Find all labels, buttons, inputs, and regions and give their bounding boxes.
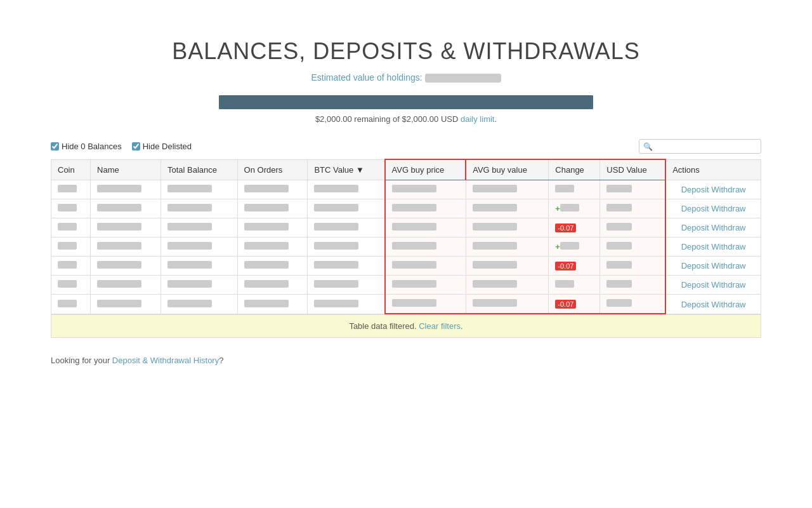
daily-limit-text: $2,000.00 remaining of $2,000.00 USD dai… [51, 114, 761, 124]
cell-avg-buy-value [466, 276, 549, 295]
table-header-row: Coin Name Total Balance On Orders BTC Va… [51, 159, 761, 180]
withdraw-link[interactable]: Withdraw [711, 223, 745, 232]
cell-on-orders [237, 180, 308, 199]
cell-change: -0.07 [549, 257, 600, 276]
cell-total-balance [160, 180, 237, 199]
cell-name [91, 237, 161, 257]
deposit-withdrawal-history-link[interactable]: Deposit & Withdrawal History [112, 356, 219, 365]
cell-usd-value [600, 199, 665, 218]
cell-usd-value [600, 257, 665, 276]
cell-usd-value [600, 276, 665, 295]
cell-avg-buy-price [385, 295, 466, 314]
hide-zero-checkbox[interactable] [51, 142, 59, 150]
withdraw-link[interactable]: Withdraw [711, 261, 745, 271]
cell-avg-buy-value [466, 199, 549, 218]
progress-bar [219, 95, 593, 109]
deposit-link[interactable]: Deposit [681, 223, 709, 232]
cell-change [549, 180, 600, 199]
cell-avg-buy-price [385, 199, 466, 218]
table-row: + Deposit Withdraw [51, 199, 761, 218]
col-header-on-orders: On Orders [237, 159, 308, 180]
hide-zero-checkbox-label[interactable]: Hide 0 Balances [51, 142, 122, 151]
cell-avg-buy-price [385, 237, 466, 257]
cell-btc-value [308, 257, 385, 276]
table-wrapper: Coin Name Total Balance On Orders BTC Va… [51, 159, 761, 338]
withdraw-link[interactable]: Withdraw [711, 280, 745, 290]
col-header-change: Change [549, 159, 600, 180]
cell-on-orders [237, 276, 308, 295]
hide-delisted-checkbox[interactable] [132, 142, 140, 150]
cell-actions: Deposit Withdraw [665, 180, 761, 199]
cell-total-balance [160, 218, 237, 237]
cell-actions: Deposit Withdraw [665, 218, 761, 237]
table-row: -0.07 Deposit Withdraw [51, 218, 761, 237]
table-row: -0.07 Deposit Withdraw [51, 295, 761, 314]
clear-filters-link[interactable]: Clear filters [419, 321, 461, 331]
cell-actions: Deposit Withdraw [665, 257, 761, 276]
withdraw-link[interactable]: Withdraw [711, 242, 745, 251]
cell-usd-value [600, 218, 665, 237]
estimated-value-row: Estimated value of holdings: [51, 72, 761, 83]
table-row: Deposit Withdraw [51, 180, 761, 199]
estimated-label: Estimated value of holdings: [311, 72, 422, 83]
cell-total-balance [160, 237, 237, 257]
cell-actions: Deposit Withdraw [665, 276, 761, 295]
cell-name [91, 257, 161, 276]
withdraw-link[interactable]: Withdraw [711, 185, 745, 194]
cell-coin [51, 276, 91, 295]
search-box: 🔍 [639, 139, 761, 154]
deposit-link[interactable]: Deposit [681, 185, 709, 194]
cell-on-orders [237, 218, 308, 237]
cell-change [549, 276, 600, 295]
estimated-value-blurred [425, 74, 501, 83]
controls-row: Hide 0 Balances Hide Delisted 🔍 [51, 139, 761, 154]
cell-total-balance [160, 295, 237, 314]
cell-btc-value [308, 218, 385, 237]
deposit-link[interactable]: Deposit [681, 261, 709, 271]
withdraw-link[interactable]: Withdraw [711, 300, 745, 309]
cell-actions: Deposit Withdraw [665, 199, 761, 218]
cell-change: + [549, 199, 600, 218]
cell-avg-buy-value [466, 180, 549, 199]
cell-avg-buy-value [466, 218, 549, 237]
footer-note: Looking for your Deposit & Withdrawal Hi… [51, 356, 761, 365]
cell-usd-value [600, 295, 665, 314]
deposit-link[interactable]: Deposit [681, 280, 709, 290]
search-input[interactable] [655, 142, 757, 151]
col-header-name: Name [91, 159, 161, 180]
cell-on-orders [237, 237, 308, 257]
cell-avg-buy-price [385, 276, 466, 295]
col-header-avg-buy-price: AVG buy price [385, 159, 466, 180]
hide-delisted-checkbox-label[interactable]: Hide Delisted [132, 142, 192, 151]
cell-coin [51, 180, 91, 199]
deposit-link[interactable]: Deposit [681, 242, 709, 251]
cell-actions: Deposit Withdraw [665, 295, 761, 314]
cell-btc-value [308, 237, 385, 257]
col-header-actions: Actions [665, 159, 761, 180]
cell-total-balance [160, 199, 237, 218]
cell-change: + [549, 237, 600, 257]
deposit-link[interactable]: Deposit [681, 300, 709, 309]
cell-usd-value [600, 180, 665, 199]
cell-btc-value [308, 199, 385, 218]
table-row: + Deposit Withdraw [51, 237, 761, 257]
cell-coin [51, 257, 91, 276]
col-header-avg-buy-value: AVG buy value [466, 159, 549, 180]
cell-name [91, 295, 161, 314]
col-header-btc-value[interactable]: BTC Value ▼ [308, 159, 385, 180]
cell-name [91, 276, 161, 295]
cell-name [91, 199, 161, 218]
cell-coin [51, 295, 91, 314]
withdraw-link[interactable]: Withdraw [711, 204, 745, 213]
page-wrapper: BALANCES, DEPOSITS & WITHDRAWALS Estimat… [0, 0, 812, 391]
cell-name [91, 180, 161, 199]
table-row: Deposit Withdraw [51, 276, 761, 295]
col-header-total-balance: Total Balance [160, 159, 237, 180]
cell-on-orders [237, 257, 308, 276]
cell-avg-buy-price [385, 180, 466, 199]
deposit-link[interactable]: Deposit [681, 204, 709, 213]
cell-avg-buy-price [385, 218, 466, 237]
daily-limit-link[interactable]: daily limit [461, 114, 494, 124]
cell-change: -0.07 [549, 295, 600, 314]
progress-bar-fill [219, 95, 593, 109]
